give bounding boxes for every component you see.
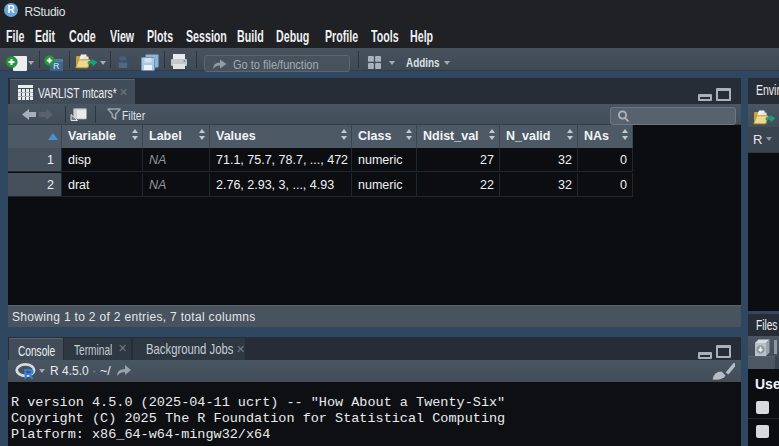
- svg-text:R: R: [24, 366, 35, 382]
